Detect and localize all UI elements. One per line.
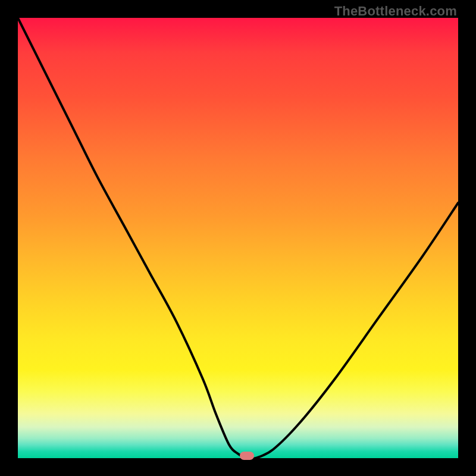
optimum-marker — [240, 452, 254, 460]
bottleneck-curve — [18, 18, 458, 458]
chart-frame: TheBottleneck.com — [0, 0, 476, 476]
plot-area — [18, 18, 458, 458]
watermark-text: TheBottleneck.com — [334, 4, 457, 19]
